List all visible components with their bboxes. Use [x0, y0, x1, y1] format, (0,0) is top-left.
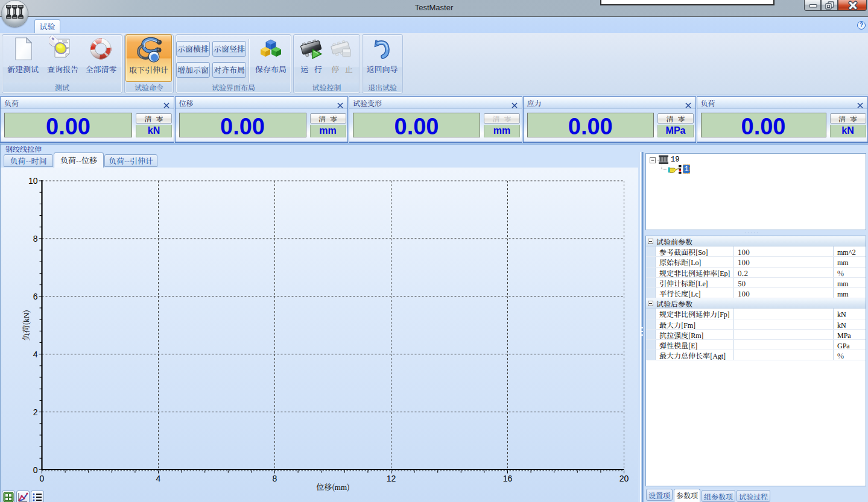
svg-text:10: 10 [28, 176, 38, 186]
svg-text:4: 4 [33, 350, 38, 359]
svg-text:0: 0 [40, 474, 45, 483]
svg-text:0: 0 [33, 465, 38, 475]
svg-text:8: 8 [273, 474, 277, 483]
svg-text:4: 4 [156, 474, 161, 483]
svg-text:16: 16 [503, 474, 513, 483]
svg-text:2: 2 [33, 407, 38, 417]
svg-text:位移(mm): 位移(mm) [316, 481, 350, 492]
svg-text:负荷(kN): 负荷(kN) [20, 310, 31, 340]
svg-text:20: 20 [619, 474, 629, 483]
svg-text:6: 6 [33, 292, 38, 301]
svg-text:12: 12 [387, 474, 396, 483]
svg-text:8: 8 [33, 234, 38, 243]
